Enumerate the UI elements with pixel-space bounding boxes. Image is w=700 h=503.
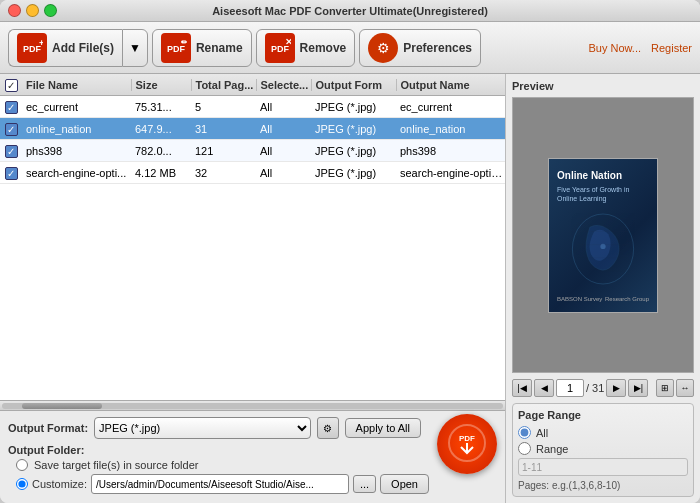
add-files-dropdown[interactable]: ▼ bbox=[122, 29, 148, 67]
left-panel: ✓ File Name Size Total Pag... Selecte...… bbox=[0, 74, 505, 503]
table-row[interactable]: ✓ phs398 782.0... 121 All JPEG (*.jpg) p… bbox=[0, 140, 505, 162]
row-format: JPEG (*.jpg) bbox=[311, 167, 396, 179]
add-files-main[interactable]: PDF + Add File(s) bbox=[8, 29, 122, 67]
format-settings-button[interactable]: ⚙ bbox=[317, 417, 339, 439]
rename-button[interactable]: PDF ✏ Rename bbox=[152, 29, 252, 67]
convert-button-area: PDF bbox=[437, 414, 497, 474]
maximize-button[interactable] bbox=[44, 4, 57, 17]
save-source-label: Save target file(s) in source folder bbox=[34, 459, 198, 471]
header-format: Output Form bbox=[312, 79, 397, 91]
remove-label: Remove bbox=[300, 41, 347, 55]
preferences-button[interactable]: ⚙ Preferences bbox=[359, 29, 481, 67]
range-input[interactable] bbox=[518, 458, 688, 476]
customize-path-input[interactable] bbox=[91, 474, 349, 494]
table-row[interactable]: ✓ search-engine-opti... 4.12 MB 32 All J… bbox=[0, 162, 505, 184]
format-select[interactable]: JPEG (*.jpg) bbox=[94, 417, 311, 439]
rename-label: Rename bbox=[196, 41, 243, 55]
row-selected: All bbox=[256, 123, 311, 135]
row-pages: 5 bbox=[191, 101, 256, 113]
page-number-input[interactable] bbox=[556, 379, 584, 397]
fit-page-button[interactable]: ⊞ bbox=[656, 379, 674, 397]
open-button[interactable]: Open bbox=[380, 474, 429, 494]
main-window: Aiseesoft Mac PDF Converter Ultimate(Unr… bbox=[0, 0, 700, 503]
add-files-button[interactable]: PDF + Add File(s) ▼ bbox=[8, 29, 148, 67]
row-checkbox[interactable]: ✓ bbox=[5, 145, 18, 158]
row-check[interactable]: ✓ bbox=[0, 100, 22, 114]
close-button[interactable] bbox=[8, 4, 21, 17]
header-check: ✓ bbox=[0, 78, 22, 92]
browse-button[interactable]: ... bbox=[353, 475, 376, 493]
row-filename: phs398 bbox=[22, 145, 131, 157]
range-radio-row: Range bbox=[518, 442, 688, 455]
preview-book-subtitle: Five Years of Growth in Online Learning bbox=[557, 185, 649, 203]
customize-row: Customize: ... Open bbox=[16, 474, 429, 494]
preferences-label: Preferences bbox=[403, 41, 472, 55]
page-navigation: |◀ ◀ / 31 ▶ ▶| ⊞ ↔ bbox=[512, 379, 694, 397]
row-check[interactable]: ✓ bbox=[0, 144, 22, 158]
scroll-thumb[interactable] bbox=[22, 403, 102, 409]
window-controls bbox=[8, 4, 57, 17]
row-filename: ec_current bbox=[22, 101, 131, 113]
row-format: JPEG (*.jpg) bbox=[311, 101, 396, 113]
convert-button[interactable]: PDF bbox=[437, 414, 497, 474]
svg-text:✏: ✏ bbox=[181, 38, 187, 47]
register-link[interactable]: Register bbox=[651, 42, 692, 54]
rename-pdf-icon: PDF ✏ bbox=[161, 33, 191, 63]
preview-book: Online Nation Five Years of Growth in On… bbox=[548, 158, 658, 313]
first-page-button[interactable]: |◀ bbox=[512, 379, 532, 397]
preview-footer: BABSON Survey Research Group bbox=[557, 296, 649, 302]
customize-label: Customize: bbox=[32, 478, 87, 490]
remove-pdf-icon: PDF ✕ bbox=[265, 33, 295, 63]
range-label: Range bbox=[536, 443, 568, 455]
save-source-radio[interactable] bbox=[16, 459, 28, 471]
row-format: JPEG (*.jpg) bbox=[311, 145, 396, 157]
minimize-button[interactable] bbox=[26, 4, 39, 17]
select-all-checkbox[interactable]: ✓ bbox=[5, 79, 18, 92]
dropdown-arrow-icon: ▼ bbox=[129, 41, 141, 55]
all-pages-label: All bbox=[536, 427, 548, 439]
fit-width-button[interactable]: ↔ bbox=[676, 379, 694, 397]
table-row[interactable]: ✓ online_nation 647.9... 31 All JPEG (*.… bbox=[0, 118, 505, 140]
prev-page-button[interactable]: ◀ bbox=[534, 379, 554, 397]
horizontal-scrollbar[interactable] bbox=[0, 400, 505, 410]
all-pages-radio[interactable] bbox=[518, 426, 531, 439]
last-page-button[interactable]: ▶| bbox=[628, 379, 648, 397]
add-files-label: Add File(s) bbox=[52, 41, 114, 55]
customize-radio[interactable] bbox=[16, 478, 28, 490]
range-radio[interactable] bbox=[518, 442, 531, 455]
row-check[interactable]: ✓ bbox=[0, 166, 22, 180]
svg-text:PDF: PDF bbox=[459, 434, 475, 443]
header-filename: File Name bbox=[22, 79, 132, 91]
map-svg bbox=[568, 209, 638, 289]
header-pages: Total Pag... bbox=[192, 79, 257, 91]
row-checkbox[interactable]: ✓ bbox=[5, 167, 18, 180]
right-panel: Preview Online Nation Five Years of Grow… bbox=[505, 74, 700, 503]
row-output: online_nation bbox=[396, 123, 505, 135]
header-selected: Selecte... bbox=[257, 79, 312, 91]
preview-area: Online Nation Five Years of Growth in On… bbox=[512, 97, 694, 373]
file-table: ✓ File Name Size Total Pag... Selecte...… bbox=[0, 74, 505, 410]
scroll-track bbox=[2, 403, 503, 409]
row-selected: All bbox=[256, 167, 311, 179]
row-output: search-engine-optimizati... bbox=[396, 167, 505, 179]
preview-map bbox=[557, 203, 649, 296]
table-row[interactable]: ✓ ec_current 75.31... 5 All JPEG (*.jpg)… bbox=[0, 96, 505, 118]
apply-to-all-button[interactable]: Apply to All bbox=[345, 418, 421, 438]
row-pages: 31 bbox=[191, 123, 256, 135]
row-pages: 32 bbox=[191, 167, 256, 179]
next-page-button[interactable]: ▶ bbox=[606, 379, 626, 397]
toolbar: PDF + Add File(s) ▼ PDF ✏ Rename bbox=[0, 22, 700, 74]
buy-now-link[interactable]: Buy Now... bbox=[588, 42, 641, 54]
row-checkbox[interactable]: ✓ bbox=[5, 123, 18, 136]
row-size: 75.31... bbox=[131, 101, 191, 113]
row-filename: online_nation bbox=[22, 123, 131, 135]
row-size: 4.12 MB bbox=[131, 167, 191, 179]
save-source-row: Save target file(s) in source folder bbox=[16, 459, 429, 471]
preview-label: Preview bbox=[512, 80, 694, 92]
remove-button[interactable]: PDF ✕ Remove bbox=[256, 29, 356, 67]
bottom-row: Output Folder: Save target file(s) in so… bbox=[8, 444, 497, 497]
row-pages: 121 bbox=[191, 145, 256, 157]
row-check[interactable]: ✓ bbox=[0, 122, 22, 136]
row-checkbox[interactable]: ✓ bbox=[5, 101, 18, 114]
page-range-section: Page Range All Range Pages: e.g.(1,3,6,8… bbox=[512, 403, 694, 497]
